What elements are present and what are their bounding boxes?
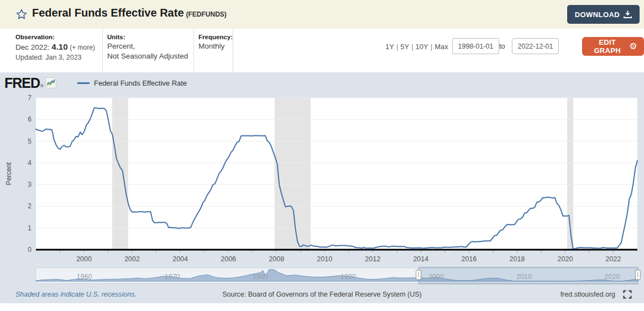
frequency-label: Frequency:	[198, 34, 233, 40]
page-title: Federal Funds Effective Rate(FEDFUNDS)	[32, 7, 227, 19]
slider-tick-label: 1980	[253, 273, 268, 281]
range-link-1y[interactable]: 1Y	[385, 43, 394, 51]
fred-graph-widget: Federal Funds Effective Rate(FEDFUNDS) D…	[0, 0, 644, 311]
slider-tick-label: 2000	[428, 273, 444, 281]
x-tick-label: 2004	[172, 255, 188, 263]
observation-value: 4.10	[51, 42, 67, 51]
y-tick-label: 6	[28, 115, 32, 123]
slider-tick-label: 1960	[77, 273, 92, 281]
updated-date: Updated: Jan 3, 2023	[15, 54, 102, 61]
slider-tick-label: 2020	[604, 273, 620, 281]
slider-tick-label: 1970	[165, 273, 180, 281]
units-label: Units:	[107, 34, 193, 40]
range-separator: |	[411, 43, 413, 51]
observation-cell: Observation: Dec 2022: 4.10 (+ more) Upd…	[0, 29, 102, 72]
x-tick-label: 2020	[558, 255, 573, 263]
date-range-slider[interactable]: 1960197019801990200020102020	[0, 267, 644, 286]
units-cell: Units: Percent, Not Seasonally Adjusted	[102, 29, 193, 72]
start-date-input[interactable]	[452, 38, 499, 54]
edit-graph-button[interactable]: EDIT GRAPH ⚙	[582, 37, 644, 56]
range-separator: |	[431, 43, 432, 51]
slider-tick-label: 1990	[341, 273, 356, 281]
x-tick-label: 2008	[269, 255, 284, 263]
x-tick-label: 2000	[76, 255, 92, 263]
x-tick-label: 2012	[365, 255, 380, 263]
x-tick-label: 2010	[317, 255, 332, 263]
y-tick-label: 3	[28, 181, 32, 188]
frequency-value: Monthly	[198, 41, 233, 51]
range-link-5y[interactable]: 5Y	[400, 43, 409, 51]
units-value-line2: Not Seasonally Adjusted	[107, 51, 193, 61]
source-link[interactable]: Source: Board of Governors of the Federa…	[0, 291, 644, 298]
date-range-to-label: to	[499, 42, 505, 50]
observation-label: Observation:	[15, 34, 102, 40]
x-tick-label: 2016	[461, 255, 477, 263]
x-tick-label: 2006	[221, 255, 236, 263]
observation-date: Dec 2022:	[15, 43, 50, 51]
x-tick-label: 2022	[606, 255, 621, 263]
legend-line-swatch	[77, 82, 90, 84]
y-tick-label: 7	[28, 94, 32, 102]
series-id: (FEDFUNDS)	[186, 10, 227, 18]
frequency-cell: Frequency: Monthly	[193, 29, 233, 72]
y-tick-label: 2	[28, 202, 32, 210]
legend-label: Federal Funds Effective Rate	[94, 79, 187, 87]
favorite-star-icon[interactable]	[15, 8, 28, 20]
range-link-10y[interactable]: 10Y	[416, 43, 428, 51]
zoom-range-links: 1Y|5Y|10Y|Max	[385, 43, 448, 51]
download-icon	[624, 10, 632, 18]
fred-logo-chart-icon	[45, 77, 56, 88]
x-tick-label: 2014	[413, 255, 428, 263]
y-tick-label: 5	[28, 138, 32, 145]
main-line-chart[interactable]: 0123456720002002200420062008201020122014…	[0, 91, 644, 263]
site-link[interactable]: fred.stlouisfed.org	[561, 291, 615, 298]
fullscreen-button[interactable]	[623, 290, 632, 299]
x-tick-label: 2018	[509, 255, 525, 263]
y-tick-label: 0	[28, 246, 32, 254]
graph-header-row: FRED ® Federal Funds Effective Rate	[4, 75, 187, 91]
y-axis-title: Percent	[5, 162, 13, 185]
more-observations-link[interactable]: (+ more)	[70, 44, 95, 51]
x-tick-label: 2002	[124, 255, 140, 263]
y-tick-label: 1	[28, 224, 32, 232]
recession-band	[112, 98, 128, 250]
slider-tick-label: 2010	[516, 273, 532, 281]
fred-logo[interactable]: FRED	[4, 76, 40, 90]
series-header: Federal Funds Effective Rate(FEDFUNDS) D…	[0, 0, 644, 29]
gear-icon: ⚙	[629, 42, 637, 51]
download-button[interactable]: DOWNLOAD	[567, 5, 640, 24]
end-date-input[interactable]	[512, 38, 559, 54]
fred-logo-registered-mark: ®	[40, 83, 44, 88]
range-link-max[interactable]: Max	[434, 43, 448, 51]
recession-band	[275, 98, 311, 250]
y-tick-label: 4	[28, 159, 32, 167]
legend: Federal Funds Effective Rate	[77, 79, 187, 87]
graph-footer: Shaded areas indicate U.S. recessions. S…	[0, 289, 644, 301]
range-separator: |	[396, 43, 398, 51]
units-value-line1: Percent,	[107, 41, 193, 51]
